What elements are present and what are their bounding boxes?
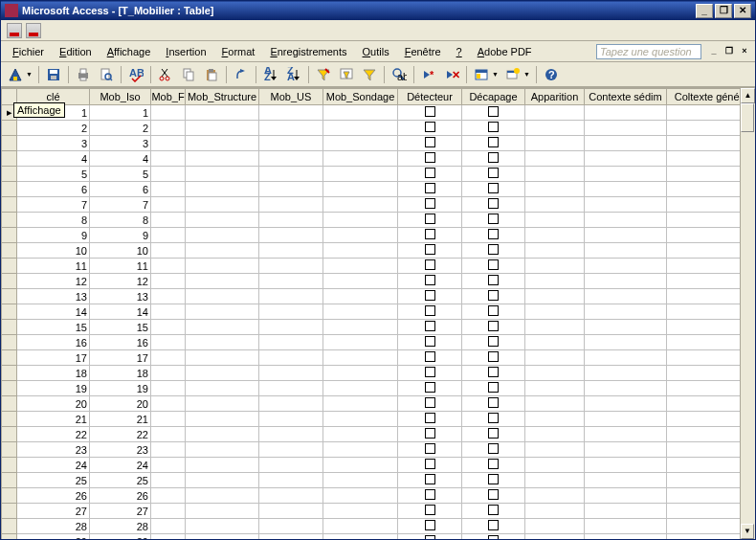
row-selector[interactable]	[2, 534, 17, 540]
cell[interactable]	[186, 151, 259, 167]
cell[interactable]	[398, 289, 462, 304]
cell[interactable]	[525, 412, 585, 427]
cell[interactable]: 29	[17, 534, 90, 540]
cell[interactable]	[462, 182, 525, 197]
cell[interactable]	[667, 197, 751, 213]
row-selector[interactable]	[2, 396, 17, 412]
cell[interactable]	[259, 458, 323, 473]
cell[interactable]	[667, 396, 751, 412]
cell[interactable]	[323, 259, 398, 274]
cell[interactable]	[151, 289, 186, 304]
row-selector[interactable]	[2, 213, 17, 228]
cell[interactable]	[585, 350, 667, 366]
cell[interactable]	[259, 259, 323, 274]
checkbox[interactable]	[488, 474, 499, 484]
cell[interactable]	[151, 136, 186, 151]
cell[interactable]	[186, 243, 259, 259]
cell[interactable]	[462, 412, 525, 427]
cell[interactable]	[186, 534, 259, 540]
checkbox[interactable]	[488, 168, 499, 178]
cell[interactable]	[667, 289, 751, 304]
cell[interactable]: 3	[17, 136, 90, 151]
spelling-button[interactable]: AB	[125, 64, 146, 85]
cell[interactable]	[667, 151, 751, 167]
cell[interactable]	[259, 197, 323, 213]
checkbox[interactable]	[425, 336, 435, 347]
cell[interactable]	[585, 412, 667, 427]
cell[interactable]	[398, 366, 462, 381]
checkbox[interactable]	[488, 137, 499, 147]
cell[interactable]	[151, 151, 186, 167]
cell[interactable]	[323, 534, 398, 540]
view-button[interactable]	[5, 64, 26, 85]
cell[interactable]	[186, 320, 259, 335]
table-row[interactable]: 1515	[2, 320, 751, 335]
child-close-button[interactable]: ×	[738, 45, 751, 58]
sort-asc-button[interactable]: AZ	[260, 64, 281, 85]
column-header-2[interactable]: Mob_F	[151, 89, 186, 105]
cell[interactable]	[667, 213, 751, 228]
checkbox[interactable]	[425, 535, 435, 539]
cell[interactable]	[323, 519, 398, 534]
cell[interactable]	[259, 182, 323, 197]
cell[interactable]	[186, 396, 259, 412]
cell[interactable]: 20	[17, 396, 90, 412]
cell[interactable]	[585, 304, 667, 320]
cell[interactable]: 1	[90, 105, 151, 121]
cell[interactable]	[398, 136, 462, 151]
column-header-3[interactable]: Mob_Structure	[186, 89, 259, 105]
ask-question-box[interactable]: Tapez une question	[596, 44, 701, 59]
row-selector[interactable]	[2, 182, 17, 197]
cell[interactable]	[323, 105, 398, 121]
table-row[interactable]: 66	[2, 182, 751, 197]
cell[interactable]	[259, 320, 323, 335]
cell[interactable]	[525, 274, 585, 289]
checkbox[interactable]	[488, 428, 499, 439]
checkbox[interactable]	[425, 183, 435, 193]
menu-format[interactable]: Format	[214, 44, 263, 59]
apply-filter-button[interactable]	[359, 64, 380, 85]
row-selector[interactable]	[2, 473, 17, 488]
cell[interactable]	[462, 519, 525, 534]
cell[interactable]	[585, 213, 667, 228]
cell[interactable]	[525, 519, 585, 534]
cell[interactable]	[585, 151, 667, 167]
cell[interactable]	[259, 427, 323, 442]
cell[interactable]	[323, 350, 398, 366]
cell[interactable]	[398, 427, 462, 442]
cell[interactable]: 11	[90, 259, 151, 274]
checkbox[interactable]	[425, 275, 435, 285]
cell[interactable]	[462, 350, 525, 366]
cell[interactable]: 10	[90, 243, 151, 259]
cell[interactable]	[398, 335, 462, 350]
cell[interactable]	[667, 534, 751, 540]
cell[interactable]	[398, 274, 462, 289]
cell[interactable]	[462, 473, 525, 488]
cell[interactable]: 5	[90, 167, 151, 182]
cell[interactable]	[259, 412, 323, 427]
table-row[interactable]: 1717	[2, 350, 751, 366]
cell[interactable]	[259, 519, 323, 534]
filter-form-button[interactable]	[336, 64, 357, 85]
cell[interactable]	[259, 366, 323, 381]
close-button[interactable]: ✕	[734, 4, 751, 18]
checkbox[interactable]	[488, 305, 499, 316]
table-row[interactable]: 22	[2, 121, 751, 136]
cell[interactable]	[398, 381, 462, 396]
cell[interactable]	[186, 473, 259, 488]
find-button[interactable]: ab	[389, 64, 410, 85]
print-button[interactable]	[73, 64, 94, 85]
row-selector[interactable]	[2, 304, 17, 320]
cell[interactable]	[398, 412, 462, 427]
cell[interactable]	[462, 396, 525, 412]
cell[interactable]	[462, 228, 525, 243]
cell[interactable]: 11	[17, 259, 90, 274]
row-selector[interactable]	[2, 197, 17, 213]
cell[interactable]	[323, 228, 398, 243]
cell[interactable]: 23	[90, 442, 151, 458]
column-header-6[interactable]: Détecteur	[398, 89, 462, 105]
cell[interactable]	[462, 488, 525, 504]
print-preview-button[interactable]	[96, 64, 117, 85]
cell[interactable]	[525, 243, 585, 259]
menu-edition[interactable]: Edition	[52, 44, 100, 59]
